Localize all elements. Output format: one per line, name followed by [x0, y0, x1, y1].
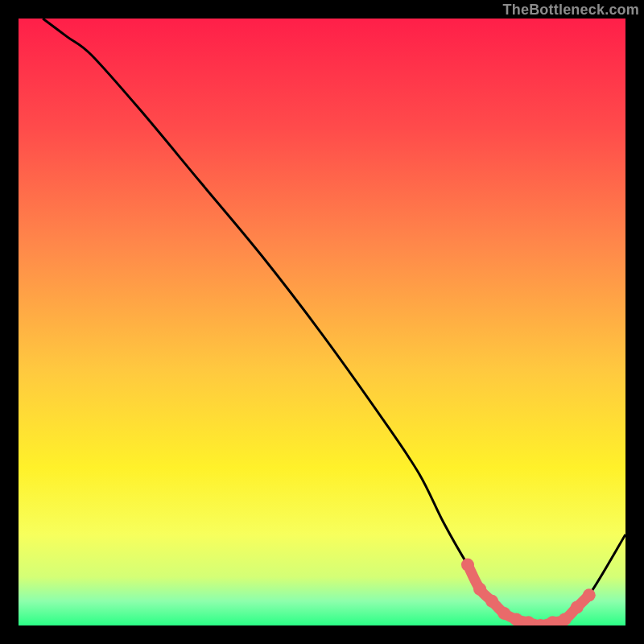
background-gradient — [19, 19, 625, 625]
attribution-watermark: TheBottleneck.com — [503, 2, 639, 19]
plot-area — [19, 19, 625, 625]
svg-rect-0 — [19, 19, 625, 625]
